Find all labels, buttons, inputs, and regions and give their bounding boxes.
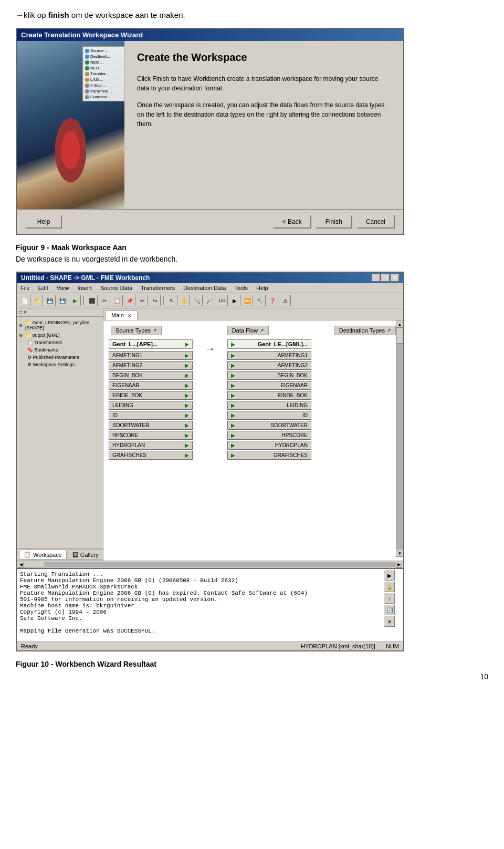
toolbar-hand[interactable]: ✋ <box>178 295 190 306</box>
feature-leiding-dst[interactable]: ▶ LEIDING <box>227 401 311 410</box>
wizard-sidebar-items: Source ... Destinati... NEB ... NEB ... <box>82 46 124 101</box>
toolbar-btn2[interactable]: ▶ <box>229 295 240 306</box>
feature-id-src[interactable]: ID ▶ <box>109 411 193 420</box>
feat-label: ID <box>112 412 118 418</box>
toolbar-open[interactable]: 📂 <box>32 295 43 306</box>
hscroll-thumb[interactable] <box>24 562 45 567</box>
toolbar-redo[interactable]: ↪ <box>149 295 161 306</box>
data-flow-header[interactable]: Data Flow ↗ <box>227 326 269 335</box>
feature-hpscore-dst[interactable]: ▶ HPSCORE <box>227 431 311 440</box>
menu-edit[interactable]: Edit <box>37 284 50 292</box>
feature-einde-bok-src[interactable]: EINDE_BOK ▶ <box>109 391 193 400</box>
cancel-button[interactable]: Cancel <box>356 215 395 229</box>
hscroll-right-button[interactable]: ▶ <box>396 562 402 568</box>
fme-panel-header: □ × <box>17 308 103 317</box>
feat-arrow: ▶ <box>185 363 189 368</box>
toolbar-zoom[interactable]: 🔍 <box>191 295 203 306</box>
menu-file[interactable]: File <box>19 284 32 292</box>
tab-gallery[interactable]: 🖼 Gallery <box>68 550 103 560</box>
feat-arrow: ▶ <box>185 422 189 428</box>
toolbar-btn1[interactable]: 123 <box>216 295 228 306</box>
close-button[interactable]: ✕ <box>391 274 399 282</box>
toolbar-zoom2[interactable]: 🔎 <box>204 295 215 306</box>
source-node-box[interactable]: Gent_L...[APE]... ▶ <box>109 339 193 349</box>
feature-grafisches-dst[interactable]: ▶ GRAFISCHES <box>227 451 311 460</box>
toolbar-btn3[interactable]: ⏩ <box>242 295 253 306</box>
console-icon-1[interactable]: ▶ <box>384 570 395 581</box>
toolbar-save2[interactable]: 💾 <box>57 295 68 306</box>
toolbar-paste[interactable]: 📌 <box>124 295 135 306</box>
feature-id-dst[interactable]: ▶ ID <box>227 411 311 420</box>
feature-einde-bok-dst[interactable]: ▶ EINDE_BOK <box>227 391 311 400</box>
toolbar-copy[interactable]: 📋 <box>111 295 123 306</box>
fme-bottom-right-icons: ▶ 🔒 ↕ 🔃 ✕ <box>384 568 395 629</box>
tree-item-shape[interactable]: ⊕ 📁 Gent_LEIDINGEN_polyline [SHAPE] <box>19 319 101 332</box>
caption2: Figuur 10 - Workbench Wizard Resultaat <box>16 660 488 668</box>
help-button[interactable]: Help <box>25 215 62 229</box>
tab-close-icon[interactable]: ✕ <box>128 313 132 318</box>
toolbar-save[interactable]: 💾 <box>44 295 56 306</box>
tab-workspace[interactable]: 📋 Workspace <box>19 550 67 560</box>
console-icon-3[interactable]: ↕ <box>384 593 395 604</box>
scroll-up-button[interactable]: ▲ <box>396 320 404 328</box>
menu-help[interactable]: Help <box>255 284 270 292</box>
toolbar-pointer[interactable]: ↖ <box>166 295 177 306</box>
feature-begin-bok-src[interactable]: BEGIN_BOK ▶ <box>109 371 193 380</box>
toolbar-stop[interactable]: ⬛ <box>86 295 98 306</box>
feature-eigenaar-dst[interactable]: ▶ EIGENAAR <box>227 381 311 390</box>
destination-types-header[interactable]: Destination Types ↗ <box>334 326 396 335</box>
scroll-thumb[interactable] <box>397 328 403 344</box>
minimize-button[interactable]: _ <box>372 274 380 282</box>
back-button[interactable]: < Back <box>273 215 311 229</box>
menu-insert[interactable]: Insert <box>76 284 93 292</box>
tree-item-gml[interactable]: ⊕ 📁 output [GML] <box>19 332 101 339</box>
tree-item-bookmarks[interactable]: 🔖 Bookmarks <box>19 346 101 354</box>
toolbar-cut[interactable]: ✂ <box>99 295 110 306</box>
page-content: →klik op finish om de workspace aan te m… <box>0 0 504 691</box>
feat-arrow: ▶ <box>185 452 189 458</box>
tree-item-workspace-settings[interactable]: ⚙ Workspace Settings <box>19 361 101 368</box>
feature-hydroplan-dst[interactable]: ▶ HYDROPLAN <box>227 441 311 450</box>
tree-item-params[interactable]: ⚙ Published Parameters <box>19 354 101 361</box>
fme-left-tree: ⊕ 📁 Gent_LEIDINGEN_polyline [SHAPE] ⊕ 📁 … <box>17 317 103 370</box>
toolbar-run[interactable]: ▶ <box>69 295 81 306</box>
console-icon-2[interactable]: 🔒 <box>384 582 395 592</box>
source-types-header[interactable]: Source Types ↗ <box>111 326 162 335</box>
toolbar-btn4[interactable]: 🔧 <box>254 295 266 306</box>
feature-afmeting1-dst[interactable]: ▶ AFMETING1 <box>227 351 311 360</box>
toolbar-btn5[interactable]: ❓ <box>267 295 278 306</box>
toolbar-new[interactable]: 📄 <box>19 295 30 306</box>
sidebar-item-3: NEB ... <box>85 59 122 65</box>
menu-destination-data[interactable]: Destination Data <box>182 284 227 292</box>
feature-soortwater-src[interactable]: SOORTWATER ▶ <box>109 421 193 430</box>
feature-hydroplan-src[interactable]: HYDROPLAN ▶ <box>109 441 193 450</box>
console-icon-4[interactable]: 🔃 <box>384 605 395 615</box>
hscroll-left-button[interactable]: ◀ <box>18 562 24 568</box>
feature-grafisches-src[interactable]: GRAFISCHES ▶ <box>109 451 193 460</box>
feature-leiding-src[interactable]: LEIDING ▶ <box>109 401 193 410</box>
scroll-down-button[interactable]: ▼ <box>396 550 404 557</box>
feature-afmeting1-src[interactable]: AFMETING1 ▶ <box>109 351 193 360</box>
menu-source-data[interactable]: Source Data <box>99 284 134 292</box>
feature-afmeting2-src[interactable]: AFMETING2 ▶ <box>109 361 193 370</box>
finish-button[interactable]: Finish <box>316 215 352 229</box>
toolbar-undo[interactable]: ↩ <box>136 295 148 306</box>
feature-begin-bok-dst[interactable]: ▶ BEGIN_BOK <box>227 371 311 380</box>
console-line-8: Safe Software Inc. <box>20 615 400 622</box>
toolbar-btn6[interactable]: ⚠ <box>279 295 291 306</box>
feature-soortwater-dst[interactable]: ▶ SOORTWATER <box>227 421 311 430</box>
fme-canvas[interactable]: Source Types ↗ Data Flow ↗ Destination T… <box>103 320 403 557</box>
feature-eigenaar-src[interactable]: EIGENAAR ▶ <box>109 381 193 390</box>
console-icon-5[interactable]: ✕ <box>384 616 395 627</box>
console-line-3: FME Smallworld PARADOX-SparksCrack <box>20 584 400 590</box>
feature-afmeting2-dst[interactable]: ▶ AFMETING2 <box>227 361 311 370</box>
menu-view[interactable]: View <box>55 284 71 292</box>
dest-node-box[interactable]: ▶ Gent_LE...[GML]... <box>227 339 311 349</box>
maximize-button[interactable]: □ <box>381 274 390 282</box>
feat-arrow: ▶ <box>185 392 189 398</box>
menu-tools[interactable]: Tools <box>233 284 249 292</box>
feature-hpscore-src[interactable]: HPSCORE ▶ <box>109 431 193 440</box>
tab-main[interactable]: Main ✕ <box>106 310 138 320</box>
menu-transformers[interactable]: Transformers <box>139 284 176 292</box>
tree-item-transformers[interactable]: 📋 Transformers <box>19 339 101 346</box>
